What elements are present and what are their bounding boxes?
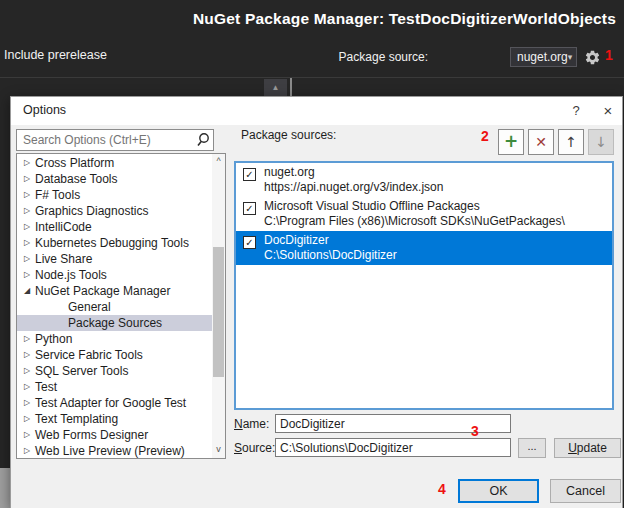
tree-item-intellicode[interactable]: ▷IntelliCode (17, 219, 213, 235)
tree-item-service-fabric-tools[interactable]: ▷Service Fabric Tools (17, 347, 213, 363)
scrollbar-down-icon[interactable]: v (212, 443, 225, 457)
expander-collapsed-icon[interactable]: ▷ (24, 171, 35, 187)
package-source-value: nuget.org (517, 50, 568, 64)
source-row-docdigitizer[interactable]: ✓DocDigitizerC:\Solutions\DocDigitizer (236, 231, 612, 265)
tree-item-label: Package Sources (68, 316, 162, 330)
arrow-up-icon: ↑ (565, 134, 577, 150)
tree-item-label: Graphics Diagnostics (35, 204, 148, 218)
divider (290, 78, 292, 96)
scroll-up-icon[interactable]: ▲ (264, 79, 287, 96)
tree-item-node-js-tools[interactable]: ▷Node.js Tools (17, 267, 213, 283)
tree-item-label: Test Adapter for Google Test (35, 396, 186, 410)
tree-item-label: Web Live Preview (Preview) (35, 444, 185, 458)
package-sources-label: Package sources: (241, 128, 336, 142)
tree-item-python[interactable]: ▷Python (17, 331, 213, 347)
tree-item-label: F# Tools (35, 188, 80, 202)
package-sources-list: ✓nuget.orghttps://api.nuget.org/v3/index… (234, 161, 614, 410)
tree-item-label: NuGet Package Manager (35, 284, 170, 298)
expander-collapsed-icon[interactable]: ▷ (24, 395, 35, 411)
tree-item-label: Live Share (35, 252, 92, 266)
expander-collapsed-icon[interactable]: ▷ (24, 363, 35, 379)
source-name: Microsoft Visual Studio Offline Packages (264, 199, 608, 214)
expander-collapsed-icon[interactable]: ▷ (24, 411, 35, 427)
tree-item-label: Kubernetes Debugging Tools (35, 236, 189, 250)
nuget-window-title: NuGet Package Manager: TestDocDigitizerW… (0, 0, 624, 38)
tree-item-test[interactable]: ▷Test (17, 379, 213, 395)
remove-source-button[interactable]: ✕ (528, 129, 554, 155)
expander-collapsed-icon[interactable]: ▷ (24, 235, 35, 251)
source-label: Source: (234, 441, 275, 455)
tree-item-web-live-preview-preview-[interactable]: ▷Web Live Preview (Preview) (17, 443, 213, 459)
source-row-microsoft-visual-studio-offline-packages[interactable]: ✓Microsoft Visual Studio Offline Package… (236, 197, 612, 231)
expander-collapsed-icon[interactable]: ▷ (24, 219, 35, 235)
expander-collapsed-icon[interactable]: ▷ (24, 155, 35, 171)
tree-item-sql-server-tools[interactable]: ▷SQL Server Tools (17, 363, 213, 379)
close-icon[interactable]: × (597, 100, 619, 122)
tree-item-general[interactable]: General (17, 299, 213, 315)
tree-item-nuget-package-manager[interactable]: ◢NuGet Package Manager (17, 283, 213, 299)
expander-collapsed-icon[interactable]: ▷ (24, 379, 35, 395)
move-up-button[interactable]: ↑ (558, 129, 584, 155)
help-button[interactable]: ? (566, 101, 586, 121)
chevron-down-icon: ▾ (568, 52, 573, 62)
ok-button[interactable]: OK (458, 479, 539, 503)
tree-item-label: IntelliCode (35, 220, 92, 234)
tree-item-package-sources[interactable]: Package Sources (17, 315, 213, 331)
annotation-3: 3 (471, 423, 479, 439)
move-down-button[interactable]: ↓ (588, 129, 614, 155)
annotation-1: 1 (605, 47, 613, 63)
search-options-box (16, 129, 214, 151)
tree-scrollbar: ^ v (212, 154, 225, 458)
annotation-2: 2 (481, 128, 489, 144)
tree-item-label: Cross Platform (35, 156, 114, 170)
package-source-dropdown[interactable]: nuget.org ▾ (510, 47, 577, 67)
expander-expanded-icon[interactable]: ◢ (24, 283, 35, 299)
tree-item-database-tools[interactable]: ▷Database Tools (17, 171, 213, 187)
update-button[interactable]: Update (554, 438, 621, 458)
nuget-toolbar: Include prerelease Package source: nuget… (0, 38, 624, 76)
expander-collapsed-icon[interactable]: ▷ (24, 187, 35, 203)
source-path: https://api.nuget.org/v3/index.json (264, 180, 608, 195)
name-label: Name: (234, 417, 269, 431)
expander-collapsed-icon[interactable]: ▷ (24, 203, 35, 219)
expander-collapsed-icon[interactable]: ▷ (24, 347, 35, 363)
cancel-button[interactable]: Cancel (550, 479, 621, 503)
expander-collapsed-icon[interactable]: ▷ (24, 331, 35, 347)
dialog-title: Options (23, 103, 66, 117)
source-name: DocDigitizer (264, 233, 608, 248)
tree-item-label: Text Templating (35, 412, 118, 426)
source-row-nuget-org[interactable]: ✓nuget.orghttps://api.nuget.org/v3/index… (236, 163, 612, 197)
scrollbar-thumb[interactable] (213, 247, 224, 377)
expander-collapsed-icon[interactable]: ▷ (24, 251, 35, 267)
tree-item-label: Web Forms Designer (35, 428, 148, 442)
source-name: nuget.org (264, 165, 608, 180)
browse-button[interactable]: ... (518, 438, 546, 458)
expander-collapsed-icon[interactable]: ▷ (24, 427, 35, 443)
checkbox-checked-icon[interactable]: ✓ (243, 202, 256, 215)
source-path: C:\Solutions\DocDigitizer (264, 248, 608, 263)
expander-collapsed-icon[interactable]: ▷ (24, 443, 35, 459)
tree-item-graphics-diagnostics[interactable]: ▷Graphics Diagnostics (17, 203, 213, 219)
gear-icon[interactable] (584, 49, 601, 66)
source-input[interactable] (275, 438, 511, 457)
search-options-input[interactable] (17, 133, 195, 147)
expander-collapsed-icon[interactable]: ▷ (24, 267, 35, 283)
search-icon (195, 132, 213, 148)
tree-item-web-forms-designer[interactable]: ▷Web Forms Designer (17, 427, 213, 443)
tree-item-cross-platform[interactable]: ▷Cross Platform (17, 155, 213, 171)
tree-item-live-share[interactable]: ▷Live Share (17, 251, 213, 267)
options-tree-items: ▷Cross Platform▷Database Tools▷F# Tools▷… (17, 155, 213, 459)
options-dialog-titlebar[interactable]: Options ? × (11, 97, 622, 125)
checkbox-checked-icon[interactable]: ✓ (243, 236, 256, 249)
include-prerelease-label[interactable]: Include prerelease (4, 48, 107, 62)
tree-item-text-templating[interactable]: ▷Text Templating (17, 411, 213, 427)
plus-icon: + (504, 131, 518, 151)
tree-item-label: Node.js Tools (35, 268, 107, 282)
annotation-4: 4 (438, 481, 446, 497)
tree-item-f-tools[interactable]: ▷F# Tools (17, 187, 213, 203)
tree-item-kubernetes-debugging-tools[interactable]: ▷Kubernetes Debugging Tools (17, 235, 213, 251)
checkbox-checked-icon[interactable]: ✓ (243, 168, 256, 181)
tree-item-test-adapter-for-google-test[interactable]: ▷Test Adapter for Google Test (17, 395, 213, 411)
scrollbar-up-icon[interactable]: ^ (212, 155, 225, 169)
add-source-button[interactable]: + (498, 129, 524, 155)
